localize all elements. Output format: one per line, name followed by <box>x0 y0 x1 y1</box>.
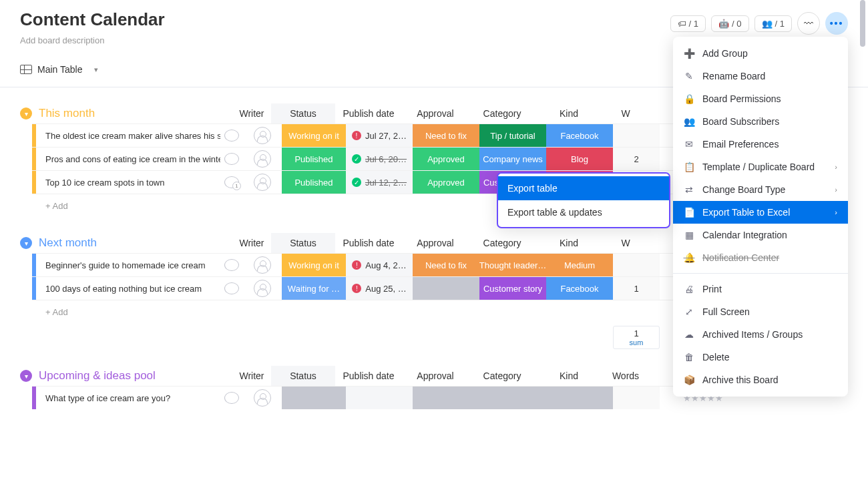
menu-item-add-group[interactable]: ➕Add Group <box>673 42 848 65</box>
category-cell[interactable]: Customer story <box>479 277 546 300</box>
item-name[interactable]: What type of ice cream are you? <box>36 387 220 409</box>
col-status[interactable]: Status <box>271 366 335 386</box>
members-count[interactable]: 👥 / 1 <box>754 15 792 32</box>
menu-item-notification-center[interactable]: 🔔Notification Center <box>673 246 848 269</box>
menu-item-template-duplicate-board[interactable]: 📋Template / Duplicate Board› <box>673 156 848 178</box>
col-words[interactable]: Words <box>602 371 649 381</box>
item-name[interactable]: Beginner's guide to homemade ice cream <box>36 254 220 276</box>
approval-cell[interactable]: Need to fix <box>413 124 479 147</box>
col-kind[interactable]: Kind <box>535 108 602 119</box>
view-tab-main-table[interactable]: Main Table ▾ <box>20 64 98 75</box>
chevron-down-icon[interactable]: ▾ <box>94 65 98 74</box>
col-status[interactable]: Status <box>271 233 335 253</box>
category-cell[interactable]: Thought leader… <box>479 254 546 276</box>
more-options-button[interactable]: ••• <box>825 12 848 35</box>
chat-icon[interactable] <box>220 277 243 300</box>
menu-item-print[interactable]: 🖨Print <box>673 278 848 300</box>
menu-item-full-screen[interactable]: ⤢Full Screen <box>673 300 848 323</box>
kind-cell[interactable]: Medium <box>546 254 613 276</box>
col-approval[interactable]: Approval <box>402 371 469 381</box>
menu-item-change-board-type[interactable]: ⇄Change Board Type› <box>673 178 848 201</box>
status-cell[interactable]: Published <box>282 171 346 194</box>
writer-cell[interactable] <box>243 124 282 147</box>
col-publish-date[interactable]: Publish date <box>335 108 402 119</box>
date-cell[interactable] <box>346 387 413 409</box>
col-approval[interactable]: Approval <box>402 108 469 119</box>
submenu-item-export-table-updates[interactable]: Export table & updates <box>498 200 669 224</box>
col-writer[interactable]: Writer <box>232 371 271 381</box>
chat-icon[interactable] <box>220 124 243 147</box>
integrations-count[interactable]: 🏷 / 1 <box>670 15 706 32</box>
menu-item-archive-this-board[interactable]: 📦Archive this Board <box>673 369 848 391</box>
col-writer[interactable]: Writer <box>232 238 271 248</box>
group-title[interactable]: Upcoming & ideas pool <box>39 369 232 383</box>
kind-cell[interactable]: Facebook <box>546 277 613 300</box>
kind-cell[interactable]: Blog <box>546 148 613 170</box>
col-approval[interactable]: Approval <box>402 238 469 248</box>
approval-cell[interactable]: Approved <box>413 148 479 170</box>
col-kind[interactable]: Kind <box>535 371 602 381</box>
group-collapse-toggle[interactable]: ▾ <box>20 237 32 249</box>
col-publish-date[interactable]: Publish date <box>335 371 402 381</box>
status-cell[interactable]: Working on it <box>282 254 346 276</box>
chat-icon[interactable] <box>220 387 243 409</box>
automations-count[interactable]: 🤖 / 0 <box>711 15 748 32</box>
status-cell[interactable]: Working on it <box>282 124 346 147</box>
status-cell[interactable]: Published <box>282 148 346 170</box>
submenu-item-export-table[interactable]: Export table <box>498 176 669 200</box>
col-category[interactable]: Category <box>469 371 535 381</box>
approval-cell[interactable] <box>413 277 479 300</box>
date-cell[interactable]: ✓ Jul 12, 2… <box>346 171 413 194</box>
status-cell[interactable]: Waiting for … <box>282 277 346 300</box>
words-cell[interactable] <box>613 254 660 276</box>
col-category[interactable]: Category <box>469 238 535 248</box>
date-cell[interactable]: ✓ Jul 6, 20… <box>346 148 413 170</box>
chat-icon[interactable] <box>220 254 243 276</box>
item-name[interactable]: Pros and cons of eating ice cream in the… <box>36 148 220 170</box>
group-collapse-toggle[interactable]: ▾ <box>20 107 32 119</box>
menu-item-delete[interactable]: 🗑Delete <box>673 346 848 369</box>
activity-icon[interactable]: 〰 <box>797 12 820 35</box>
menu-item-email-preferences[interactable]: ✉Email Preferences <box>673 133 848 156</box>
chat-icon[interactable]: 1 <box>220 171 243 194</box>
words-cell[interactable] <box>613 387 660 409</box>
col-publish-date[interactable]: Publish date <box>335 238 402 248</box>
col-words[interactable]: W <box>602 108 649 119</box>
menu-item-archived-items-groups[interactable]: ☁Archived Items / Groups <box>673 323 848 346</box>
item-name[interactable]: The oldest ice cream maker alive shares … <box>36 124 220 147</box>
col-kind[interactable]: Kind <box>535 238 602 248</box>
menu-item-calendar-integration[interactable]: ▦Calendar Integration <box>673 224 848 246</box>
menu-item-export-table-to-excel[interactable]: 📄Export Table to Excel› <box>673 201 848 224</box>
words-cell[interactable]: 1 <box>613 277 660 300</box>
item-name[interactable]: 100 days of eating nothing but ice cream <box>36 277 220 300</box>
group-collapse-toggle[interactable]: ▾ <box>20 370 32 382</box>
date-cell[interactable]: ! Aug 25, … <box>346 277 413 300</box>
item-name[interactable]: Top 10 ice cream spots in town <box>36 171 220 194</box>
writer-cell[interactable] <box>243 171 282 194</box>
menu-item-rename-board[interactable]: ✎Rename Board <box>673 65 848 87</box>
words-cell[interactable]: 2 <box>613 148 660 170</box>
col-status[interactable]: Status <box>271 103 335 124</box>
group-title[interactable]: Next month <box>39 236 232 250</box>
category-cell[interactable]: Tip / tutorial <box>479 124 546 147</box>
status-cell[interactable] <box>282 387 346 409</box>
kind-cell[interactable]: Facebook <box>546 124 613 147</box>
group-title[interactable]: This month <box>39 107 232 120</box>
menu-item-board-subscribers[interactable]: 👥Board Subscribers <box>673 110 848 133</box>
writer-cell[interactable] <box>243 387 282 409</box>
col-writer[interactable]: Writer <box>232 108 271 119</box>
kind-cell[interactable] <box>546 387 613 409</box>
approval-cell[interactable]: Approved <box>413 171 479 194</box>
category-cell[interactable] <box>479 387 546 409</box>
date-cell[interactable]: ! Aug 4, 2… <box>346 254 413 276</box>
words-cell[interactable] <box>613 124 660 147</box>
writer-cell[interactable] <box>243 254 282 276</box>
category-cell[interactable]: Company news <box>479 148 546 170</box>
approval-cell[interactable] <box>413 387 479 409</box>
col-category[interactable]: Category <box>469 108 535 119</box>
approval-cell[interactable]: Need to fix <box>413 254 479 276</box>
writer-cell[interactable] <box>243 148 282 170</box>
chat-icon[interactable] <box>220 148 243 170</box>
menu-item-board-permissions[interactable]: 🔒Board Permissions <box>673 87 848 110</box>
writer-cell[interactable] <box>243 277 282 300</box>
